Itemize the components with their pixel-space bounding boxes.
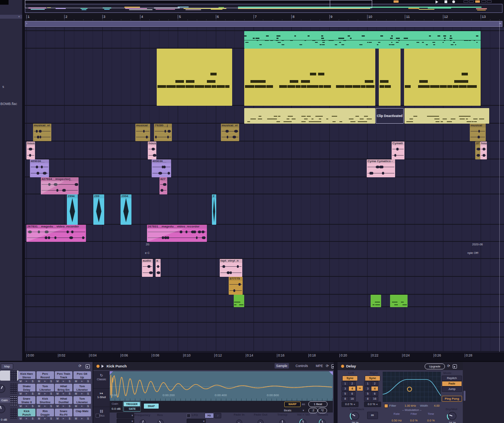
pad-mute-button[interactable]: M — [18, 417, 23, 420]
hot-swap-icon[interactable]: ⟳ — [447, 364, 450, 368]
lfo-sync-button[interactable]: ♪ — [214, 413, 221, 418]
drum-pad-hihat-dustital[interactable]: HihatDustital — [55, 396, 72, 404]
pad-mute-button[interactable]: M — [37, 404, 42, 408]
pad-preview-button[interactable]: ▶ — [79, 392, 85, 395]
clip-musical[interactable]: musical — [470, 124, 486, 141]
pad-solo-button[interactable]: S — [67, 417, 72, 420]
warp-button[interactable]: WARP — [284, 402, 301, 407]
pad-solo-button[interactable]: S — [86, 417, 91, 420]
bar-ruler[interactable]: 12345678910111213 — [25, 14, 504, 21]
ping-pong-button[interactable]: Ping Pong — [442, 396, 462, 402]
right-beat-4[interactable]: 4 — [371, 386, 378, 391]
right-time-value[interactable]: 0.0 % ◂ — [364, 402, 381, 407]
pad-mute-button[interactable]: M — [18, 392, 23, 395]
filter-checkbox[interactable] — [96, 414, 100, 418]
overview-viewport[interactable] — [25, 0, 330, 8]
pad-preview-button[interactable]: ▶ — [61, 379, 66, 383]
clip-409036__[interactable]: 409036__ — [30, 159, 49, 177]
save-preset-icon[interactable] — [331, 364, 334, 369]
dry-wet-value[interactable]: 24 % — [446, 421, 459, 423]
simpler-header[interactable]: Kick Punch Sample Controls MPE ⟳ — [93, 362, 334, 370]
device-on-led[interactable] — [96, 364, 100, 368]
collapse-triangle-icon[interactable]: ▲ — [18, 15, 20, 17]
clip-pale[interactable] — [404, 108, 489, 124]
warp-length-button[interactable]: 1 Beat — [308, 401, 327, 407]
pad-solo-button[interactable]: S — [30, 417, 35, 420]
drum-pad-kick-shorline[interactable]: KickShorline — [37, 396, 54, 404]
clip-deactivated[interactable]: Clip Deactivated — [376, 108, 404, 124]
filter-display[interactable] — [383, 372, 441, 402]
clip-427934__inspectorj_[interactable]: 427934__inspectorj_ — [41, 177, 79, 194]
left-beat-1[interactable]: 1 — [341, 381, 349, 386]
pad-preview-button[interactable]: ▶ — [42, 404, 48, 408]
drum-pad-tom-likewise[interactable]: TomLikewise — [74, 396, 91, 404]
pad-solo-button[interactable]: S — [49, 417, 54, 420]
clip-79280__j[interactable]: 79280__j — [154, 124, 172, 141]
pad-mute-button[interactable]: M — [37, 392, 42, 395]
left-sync-button[interactable]: Sync — [342, 376, 358, 381]
lfo-shape-dropdown[interactable] — [187, 419, 206, 423]
play-icon[interactable] — [436, 0, 438, 3]
sample-start-marker[interactable] — [110, 371, 113, 375]
warp-mode-dropdown[interactable]: Beats — [283, 408, 305, 413]
browser-item[interactable]: s — [2, 85, 4, 89]
clip-Cymati[interactable]: Cymati — [392, 142, 404, 159]
pad-preview-button[interactable]: ▶ — [79, 404, 85, 408]
filter-type-dropdown[interactable] — [117, 413, 134, 418]
gain-value[interactable]: 0.0 dB — [112, 407, 121, 411]
clip-2[interactable]: 2 — [212, 194, 216, 225]
mode-classic[interactable]: ↻ Classic — [93, 371, 110, 389]
pad-preview-button[interactable]: ▶ — [79, 379, 85, 383]
clip-smallgreen[interactable] — [371, 295, 381, 307]
clip-smallgreen[interactable] — [390, 295, 408, 307]
drum-pad-clap-mate[interactable]: Clap Mate — [74, 409, 91, 416]
clip-yellow[interactable] — [404, 49, 481, 106]
clip-smallgreen[interactable] — [234, 295, 244, 307]
freeze-button[interactable]: ∞ — [367, 412, 378, 419]
pad-mute-button[interactable]: M — [74, 392, 79, 395]
tab-sample[interactable]: Sample — [275, 363, 289, 369]
left-beat-16[interactable]: 16 — [348, 396, 356, 401]
pad-mute-button[interactable]: M — [55, 392, 60, 395]
clip-427[interactable]: 427 — [159, 177, 167, 194]
clip-2994[interactable]: 2994 — [67, 194, 78, 225]
res-knob[interactable] — [156, 418, 165, 423]
pad-button[interactable] — [394, 0, 399, 3]
pad-solo-button[interactable]: S — [49, 404, 54, 408]
width-value[interactable]: 4.00 — [431, 404, 443, 407]
pad-mute-button[interactable]: M — [74, 404, 79, 408]
tab-mpe[interactable]: MPE — [314, 363, 324, 369]
stop-icon[interactable] — [444, 0, 447, 3]
clip-green[interactable] — [244, 31, 481, 49]
filter-freq-value[interactable]: 1.00 kHz — [402, 404, 418, 407]
stereo-link-button[interactable]: ∞ — [357, 385, 363, 391]
clip-Cyma Cymatics -[interactable]: Cyma Cymatics - — [367, 159, 395, 177]
scrub-area[interactable]: ›« — [25, 21, 502, 27]
drum-pad-kick-hare-stereo[interactable]: Kick HareStereo — [18, 371, 35, 379]
browser-item[interactable]: BOMB.flac — [0, 102, 17, 106]
clip-yellow[interactable] — [379, 49, 401, 106]
delay-header[interactable]: Delay Upgrade ⟳ — [338, 362, 463, 370]
drum-pad-tom-likewise[interactable]: TomLikewise — [37, 384, 54, 392]
right-beat-1[interactable]: 1 — [364, 381, 371, 386]
pad-solo-button[interactable]: S — [86, 379, 91, 383]
lfo-checkbox[interactable] — [187, 414, 191, 418]
pad-mute-button[interactable]: M — [55, 417, 60, 420]
panel-divider[interactable] — [22, 0, 25, 361]
left-beat-4[interactable]: 4 — [348, 386, 356, 391]
clip-37[interactable]: 37 — [475, 142, 480, 159]
pad-preview-button[interactable]: ▶ — [79, 417, 85, 420]
pad-solo-button[interactable]: S — [67, 404, 72, 408]
drum-pad-perc-train-track[interactable]: Perc TrainTrack — [55, 371, 72, 379]
left-beat-6[interactable]: 6 — [348, 391, 356, 396]
clip-299[interactable]: 299 — [93, 194, 104, 225]
pad-solo-button[interactable]: S — [30, 392, 35, 395]
sample-waveform-display[interactable]: 0:00 0:00:200 0:00:400 0:00:600 — [110, 371, 333, 401]
right-beat-3[interactable]: 3 — [364, 386, 371, 391]
clip-tspt_vinyl_n[interactable]: tspt_vinyl_n — [220, 259, 242, 277]
upgrade-button[interactable]: Upgrade — [425, 364, 445, 369]
drum-pad-perc-record[interactable]: PercRecord — [37, 371, 54, 379]
right-sync-button[interactable]: Sync — [365, 376, 380, 381]
pad-bank-selector-active[interactable] — [10, 395, 17, 406]
snap-button[interactable]: SNAP — [144, 404, 159, 409]
